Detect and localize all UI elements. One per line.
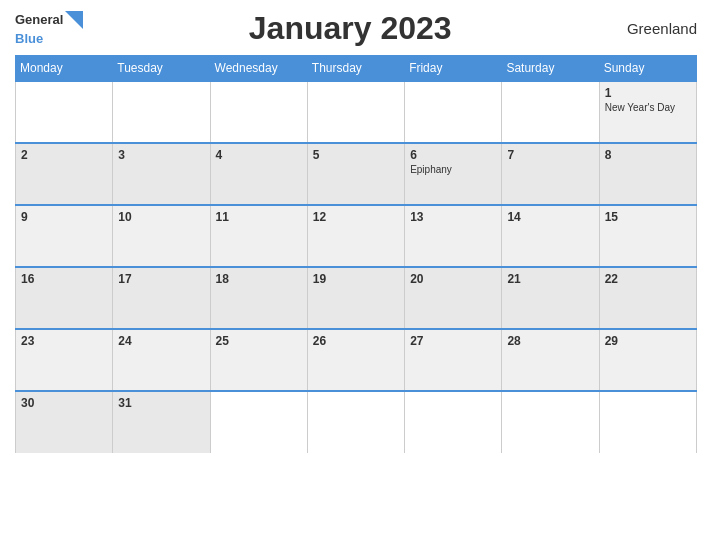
calendar-row: 23456Epiphany78 <box>16 143 697 205</box>
calendar-cell: 12 <box>307 205 404 267</box>
weekday-saturday: Saturday <box>502 56 599 82</box>
calendar-cell <box>405 81 502 143</box>
weekday-monday: Monday <box>16 56 113 82</box>
calendar-cell <box>307 81 404 143</box>
calendar-cell: 17 <box>113 267 210 329</box>
calendar-cell: 20 <box>405 267 502 329</box>
logo: General Blue <box>15 11 83 47</box>
cell-day-number: 4 <box>216 148 302 162</box>
calendar-cell: 16 <box>16 267 113 329</box>
cell-day-number: 7 <box>507 148 593 162</box>
calendar-cell: 3 <box>113 143 210 205</box>
weekday-thursday: Thursday <box>307 56 404 82</box>
calendar-row: 1New Year's Day <box>16 81 697 143</box>
calendar-page: General Blue January 2023 Greenland Mond… <box>0 0 712 550</box>
calendar-cell: 6Epiphany <box>405 143 502 205</box>
cell-day-number: 18 <box>216 272 302 286</box>
month-title: January 2023 <box>83 10 617 47</box>
cell-day-number: 15 <box>605 210 691 224</box>
calendar-cell: 4 <box>210 143 307 205</box>
cell-day-number: 19 <box>313 272 399 286</box>
calendar-cell <box>502 391 599 453</box>
weekday-sunday: Sunday <box>599 56 696 82</box>
cell-day-number: 22 <box>605 272 691 286</box>
calendar-cell <box>599 391 696 453</box>
calendar-cell <box>502 81 599 143</box>
calendar-cell: 23 <box>16 329 113 391</box>
cell-day-number: 5 <box>313 148 399 162</box>
cell-day-number: 20 <box>410 272 496 286</box>
calendar-cell: 30 <box>16 391 113 453</box>
calendar-cell: 27 <box>405 329 502 391</box>
calendar-cell: 19 <box>307 267 404 329</box>
weekday-friday: Friday <box>405 56 502 82</box>
cell-day-number: 30 <box>21 396 107 410</box>
cell-day-number: 23 <box>21 334 107 348</box>
cell-day-number: 12 <box>313 210 399 224</box>
calendar-cell: 10 <box>113 205 210 267</box>
calendar-row: 9101112131415 <box>16 205 697 267</box>
calendar-cell: 18 <box>210 267 307 329</box>
calendar-cell: 7 <box>502 143 599 205</box>
cell-day-number: 1 <box>605 86 691 100</box>
cell-day-number: 13 <box>410 210 496 224</box>
cell-day-number: 25 <box>216 334 302 348</box>
logo-triangle-icon <box>65 11 83 29</box>
cell-day-number: 10 <box>118 210 204 224</box>
calendar-cell: 11 <box>210 205 307 267</box>
header: General Blue January 2023 Greenland <box>15 10 697 47</box>
region-label: Greenland <box>617 20 697 37</box>
cell-day-number: 29 <box>605 334 691 348</box>
calendar-cell: 28 <box>502 329 599 391</box>
cell-day-number: 2 <box>21 148 107 162</box>
calendar-cell <box>210 391 307 453</box>
calendar-cell <box>210 81 307 143</box>
calendar-cell: 24 <box>113 329 210 391</box>
logo-blue-text: Blue <box>15 31 43 46</box>
cell-day-number: 26 <box>313 334 399 348</box>
calendar-cell: 22 <box>599 267 696 329</box>
calendar-cell: 15 <box>599 205 696 267</box>
calendar-cell: 29 <box>599 329 696 391</box>
calendar-cell <box>16 81 113 143</box>
logo-general-text: General <box>15 13 63 26</box>
calendar-row: 23242526272829 <box>16 329 697 391</box>
calendar-cell: 14 <box>502 205 599 267</box>
calendar-table: Monday Tuesday Wednesday Thursday Friday… <box>15 55 697 453</box>
calendar-cell: 25 <box>210 329 307 391</box>
calendar-row: 16171819202122 <box>16 267 697 329</box>
cell-day-number: 14 <box>507 210 593 224</box>
weekday-wednesday: Wednesday <box>210 56 307 82</box>
cell-day-number: 11 <box>216 210 302 224</box>
calendar-cell: 8 <box>599 143 696 205</box>
cell-event-label: Epiphany <box>410 164 496 175</box>
cell-day-number: 9 <box>21 210 107 224</box>
cell-day-number: 27 <box>410 334 496 348</box>
calendar-cell <box>405 391 502 453</box>
calendar-cell: 9 <box>16 205 113 267</box>
cell-day-number: 16 <box>21 272 107 286</box>
cell-day-number: 21 <box>507 272 593 286</box>
calendar-cell: 31 <box>113 391 210 453</box>
cell-day-number: 3 <box>118 148 204 162</box>
calendar-cell: 26 <box>307 329 404 391</box>
calendar-cell: 2 <box>16 143 113 205</box>
cell-day-number: 24 <box>118 334 204 348</box>
calendar-row: 3031 <box>16 391 697 453</box>
calendar-cell: 5 <box>307 143 404 205</box>
calendar-cell <box>113 81 210 143</box>
calendar-cell: 21 <box>502 267 599 329</box>
cell-event-label: New Year's Day <box>605 102 691 113</box>
cell-day-number: 6 <box>410 148 496 162</box>
cell-day-number: 17 <box>118 272 204 286</box>
svg-marker-0 <box>65 11 83 29</box>
cell-day-number: 8 <box>605 148 691 162</box>
cell-day-number: 28 <box>507 334 593 348</box>
weekday-tuesday: Tuesday <box>113 56 210 82</box>
calendar-cell: 1New Year's Day <box>599 81 696 143</box>
weekday-header-row: Monday Tuesday Wednesday Thursday Friday… <box>16 56 697 82</box>
cell-day-number: 31 <box>118 396 204 410</box>
calendar-cell <box>307 391 404 453</box>
calendar-cell: 13 <box>405 205 502 267</box>
